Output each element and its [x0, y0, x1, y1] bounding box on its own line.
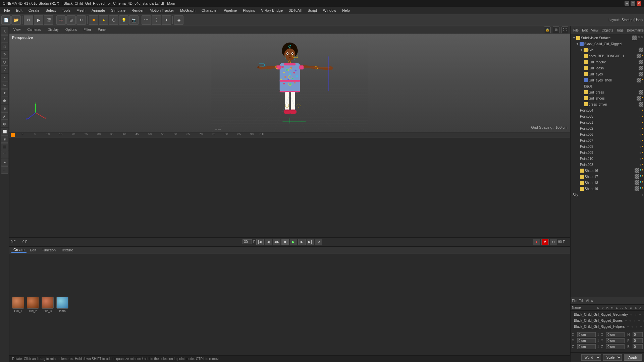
tree-point001[interactable]: Point001 ○ ● [571, 119, 644, 125]
tool-point[interactable]: · [1, 74, 8, 81]
coord-z-val[interactable] [606, 344, 625, 349]
auto-key-button[interactable]: A [541, 239, 549, 245]
material-lamb[interactable]: lamb [56, 297, 68, 313]
play-back-button[interactable]: ◀▶ [273, 239, 280, 245]
menu-window[interactable]: Window [320, 8, 339, 13]
viewport-3d[interactable]: Perspective [9, 34, 570, 132]
close-button[interactable]: ✕ [637, 1, 641, 6]
tree-view-btn[interactable]: View [590, 28, 600, 33]
render-view-button[interactable]: 🎬 [44, 15, 53, 25]
menu-file[interactable]: File [1, 8, 13, 13]
mat-tab-create[interactable]: Create [11, 247, 26, 253]
tool-scale[interactable]: ⊡ [1, 43, 8, 50]
menu-tools[interactable]: Tools [59, 8, 73, 13]
mograph-button[interactable]: ⋮ [152, 15, 161, 25]
tree-girl-tongue[interactable]: Girl_tongue [571, 59, 644, 65]
menu-select[interactable]: Select [43, 8, 59, 13]
menu-3dtoall[interactable]: 3DToAll [286, 8, 304, 13]
camera-tool[interactable]: 📷 [129, 15, 139, 25]
tool-extrude[interactable]: ⬆ [1, 89, 8, 97]
coord-b-val[interactable] [633, 344, 643, 349]
tool-rigging[interactable]: ⊗ [1, 135, 8, 143]
attr-edit-btn[interactable]: Edit [579, 299, 584, 303]
obj-geometry-row[interactable]: Black_Child_Girl_Rigged_Geometry ○ ○ ○ ○… [572, 311, 643, 317]
play-button[interactable]: ▶ [290, 239, 297, 245]
viewport-tab-panel[interactable]: Panel [96, 27, 109, 32]
menu-edit[interactable]: Edit [13, 8, 25, 13]
coord-y-val[interactable] [606, 338, 625, 343]
menu-help[interactable]: Help [339, 8, 353, 13]
deform-button[interactable]: 〰 [142, 15, 151, 25]
tool-knife[interactable]: ✂ [1, 81, 8, 89]
tool-paint[interactable]: ◐ [1, 120, 8, 127]
tree-girl-leash[interactable]: Girl_leash [571, 65, 644, 71]
mat-tab-edit[interactable]: Edit [28, 247, 38, 253]
viewport-tab-options[interactable]: Options [63, 27, 79, 32]
tree-file-btn[interactable]: File [572, 28, 580, 33]
material-button[interactable]: ◈ [174, 15, 183, 25]
motion-record-button[interactable]: ⊙ [550, 239, 557, 245]
viewport-tab-cameras[interactable]: Cameras [25, 27, 43, 32]
attr-view-btn[interactable]: View [586, 299, 593, 303]
step-back-button[interactable]: ◀ [265, 239, 272, 245]
menu-v-ray-bridge[interactable]: V-Ray Bridge [258, 8, 285, 13]
viewport-lock-icon[interactable]: 🔒 [544, 26, 551, 33]
maximize-button[interactable]: □ [631, 1, 635, 6]
scale-tool[interactable]: ⊞ [66, 15, 76, 25]
tool-loop[interactable]: ⊕ [1, 105, 8, 112]
material-girl3[interactable]: Girl_3 [42, 297, 54, 313]
tool-spline[interactable]: ⌒ [1, 151, 8, 158]
tool-texture[interactable]: ⬜ [1, 128, 8, 135]
menu-motion-tracker[interactable]: Motion Tracker [147, 8, 177, 13]
mat-tab-function[interactable]: Function [40, 247, 58, 253]
tree-edit-btn[interactable]: Edit [581, 28, 589, 33]
tool-move[interactable]: ✛ [1, 35, 8, 43]
rotate-tool[interactable]: ↻ [76, 15, 86, 25]
menu-animate[interactable]: Animate [89, 8, 108, 13]
record-button[interactable]: ● [533, 239, 540, 245]
tree-point009[interactable]: Point009 ○ ● [571, 149, 644, 156]
tree-point004[interactable]: Point004 ○ ● [571, 107, 644, 113]
tool-poly[interactable]: ⬡ [1, 58, 8, 66]
tree-shape16[interactable]: Shape16 ■ ● [571, 168, 644, 174]
coord-z-pos[interactable] [577, 344, 596, 349]
tree-tongue-body[interactable]: body_BFB_TONGUE_1 ● [571, 53, 644, 59]
tree-point003[interactable]: Point003 ○ ● [571, 162, 644, 168]
mat-tab-texture[interactable]: Texture [59, 247, 75, 253]
material-girl1[interactable]: Girl_1 [12, 297, 24, 313]
step-forward-button[interactable]: ▶ [298, 239, 306, 245]
new-button[interactable]: 📄 [1, 15, 11, 25]
menu-render[interactable]: Render [129, 8, 146, 13]
menu-simulate[interactable]: Simulate [108, 8, 128, 13]
apply-button[interactable]: Apply [624, 354, 642, 361]
fx-button[interactable]: ✦ [162, 15, 171, 25]
coord-y-pos[interactable] [577, 338, 596, 343]
tool-select[interactable]: ↖ [1, 27, 8, 35]
go-end-button[interactable]: ▶| [307, 239, 314, 245]
tree-bip01[interactable]: Bip01 [571, 83, 644, 89]
tree-point007[interactable]: Point007 ○ ● [571, 137, 644, 143]
tree-bookmarks-btn[interactable]: Bookmarks [626, 28, 644, 33]
open-button[interactable]: 📂 [11, 15, 21, 25]
coord-p-val[interactable] [633, 338, 643, 343]
viewport-tab-filter[interactable]: Filter [82, 27, 93, 32]
tree-girl-shoes[interactable]: Girl_shoes ● [571, 95, 644, 101]
attr-file-btn[interactable]: File [572, 299, 577, 303]
tree-girl[interactable]: ▼ Girl [571, 47, 644, 53]
tree-shape19[interactable]: Shape19 ■ ● [571, 186, 644, 192]
viewport-layout-icon[interactable]: ⊞ [553, 26, 559, 33]
tree-point008[interactable]: Point008 ○ ● [571, 143, 644, 149]
menu-mesh[interactable]: Mesh [74, 8, 88, 13]
tree-tags-btn[interactable]: Tags [615, 28, 625, 33]
tool-edge[interactable]: ╱ [1, 66, 8, 73]
timeline-ruler[interactable]: 0 5 10 15 20 25 30 35 40 45 50 55 60 65 … [9, 132, 570, 138]
cube-tool[interactable]: ■ [89, 15, 98, 25]
tool-weight[interactable]: ☰ [1, 143, 8, 150]
sphere-tool[interactable]: ● [99, 15, 108, 25]
loop-button[interactable]: ↺ [315, 239, 322, 245]
obj-helpers-row[interactable]: Black_Child_Girl_Rigged_Helpers ○ ○ ○ ○ … [572, 323, 643, 329]
obj-bones-row[interactable]: Black_Child_Girl_Rigged_Bones ○ ○ ○ ○ ○ … [572, 317, 643, 323]
tree-point005[interactable]: Point005 ○ ● [571, 113, 644, 119]
material-girl2[interactable]: Girl_2 [27, 297, 39, 313]
stop-button[interactable]: ■ [281, 239, 289, 245]
